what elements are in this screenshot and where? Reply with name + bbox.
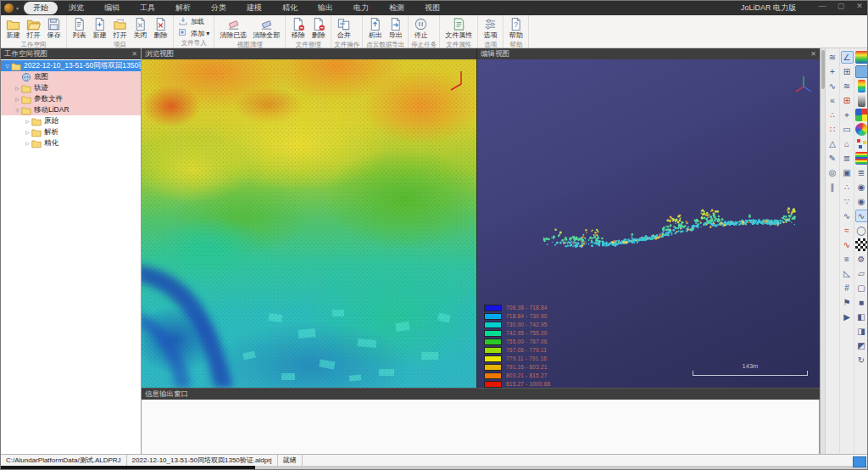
tree-row[interactable]: ▷原始	[1, 115, 141, 126]
ribbon-button[interactable]: 打开	[24, 16, 43, 40]
menu-tab[interactable]: 视图	[415, 2, 449, 14]
class-colors-icon[interactable]	[855, 109, 868, 121]
elevation-bands-icon[interactable]	[855, 152, 868, 165]
layers-icon[interactable]: ≋	[826, 51, 839, 64]
fine-grid-icon[interactable]: #	[841, 282, 854, 294]
color-wheel-icon[interactable]	[855, 123, 868, 136]
expander-icon[interactable]: ▷	[24, 129, 31, 135]
ribbon-button[interactable]: 列表	[70, 16, 89, 40]
classify-brush-icon[interactable]: ✎	[826, 152, 839, 165]
tree-row[interactable]: ▷轨迹	[1, 82, 141, 93]
expander-icon[interactable]: ▷	[24, 118, 31, 124]
cube-solid-icon[interactable]: ■	[855, 296, 868, 309]
ribbon-button[interactable]: 删除	[151, 16, 170, 40]
cube-right-icon[interactable]: ◨	[855, 325, 868, 338]
menu-tab[interactable]: 开始	[24, 2, 58, 14]
tree-row[interactable]: ▽移动LiDAR	[1, 104, 141, 115]
tree-row[interactable]: 底图	[1, 71, 141, 82]
expander-icon[interactable]: ▽	[14, 107, 21, 113]
layer-stack-icon[interactable]: ≋	[841, 80, 854, 92]
menu-tab[interactable]: 浏览	[59, 2, 93, 14]
tree-row[interactable]: ▷参数文件	[1, 93, 141, 104]
window-maximize-button[interactable]: ▢	[835, 2, 847, 10]
points-sub-icon[interactable]: ∵	[841, 195, 854, 208]
ribbon-button[interactable]: ?帮助	[506, 16, 526, 40]
multi-chevron-icon[interactable]: «	[826, 94, 839, 107]
cube-corner-icon[interactable]: ◩	[855, 339, 868, 352]
rgb-points-icon[interactable]	[855, 137, 868, 150]
eye-show-icon[interactable]: ◉	[855, 181, 868, 193]
grayscale-ramp-icon[interactable]	[858, 94, 865, 107]
curve-smooth-icon[interactable]: ∿	[841, 238, 854, 251]
tree-row[interactable]: ▽2022-12-10_13-51-50同塔双回1350验证.aldprj	[1, 60, 141, 71]
ribbon-button[interactable]: 导出	[386, 16, 405, 40]
ribbon-button[interactable]: 文件属性	[442, 16, 475, 40]
section-lines-icon[interactable]: ≡	[841, 253, 854, 266]
rect-select-icon[interactable]: ▭	[841, 123, 854, 136]
menu-tab[interactable]: 编辑	[95, 2, 129, 14]
colormap-elevation-icon[interactable]	[855, 51, 868, 64]
expander-icon[interactable]: ▷	[14, 85, 21, 91]
ribbon-button[interactable]: 关闭	[131, 16, 150, 40]
gear-icon[interactable]: ⚙	[855, 253, 868, 266]
ribbon-button[interactable]: 加载	[176, 16, 206, 26]
edit-view-scrollbar[interactable]	[821, 48, 826, 454]
cube-empty-icon[interactable]: ▢	[855, 282, 868, 294]
ribbon-button[interactable]: 移除	[288, 16, 308, 40]
slope-measure-icon[interactable]: ∠	[841, 51, 854, 64]
ribbon-button[interactable]: 保存	[44, 16, 64, 40]
grid-remove-icon[interactable]: ⊞	[841, 94, 854, 107]
copy-view-icon[interactable]: ▣	[841, 166, 854, 179]
flag-icon[interactable]: ⚑	[841, 296, 854, 309]
checker-icon[interactable]	[855, 238, 868, 251]
curve-edit-icon[interactable]: ≈	[841, 224, 854, 237]
menu-tab[interactable]: 分类	[202, 2, 236, 14]
ribbon-button[interactable]: 添加 ▾	[176, 28, 211, 38]
ribbon-button[interactable]: 打开	[110, 16, 130, 40]
menu-tab[interactable]: 检测	[380, 2, 414, 14]
expander-icon[interactable]: ▷	[14, 96, 21, 102]
app-logo-icon[interactable]	[4, 3, 14, 13]
tree-row[interactable]: ▷解析	[1, 126, 141, 137]
window-minimize-button[interactable]: —	[816, 2, 828, 10]
pointcloud-select-icon[interactable]: ∴	[826, 109, 839, 121]
menu-tab[interactable]: 输出	[309, 2, 342, 14]
ribbon-button[interactable]: 新建	[3, 16, 23, 40]
stack-icon[interactable]: ≣	[855, 166, 868, 179]
tower-icon[interactable]: △	[826, 137, 839, 150]
close-icon[interactable]: ✕	[810, 50, 816, 58]
list-icon[interactable]: ≣	[841, 152, 854, 165]
ribbon-button[interactable]: 停止	[411, 16, 431, 40]
menu-tab[interactable]: 工具	[131, 2, 164, 14]
section-circle-icon[interactable]: ◯	[855, 224, 868, 237]
close-icon[interactable]: ✕	[131, 50, 137, 58]
cursor-icon[interactable]: ▶	[841, 311, 854, 323]
ribbon-button[interactable]: 合并	[334, 16, 353, 40]
ribbon-button[interactable]: 新建	[90, 16, 109, 40]
search-file-icon[interactable]: ◎	[826, 166, 839, 179]
polyline-icon[interactable]: ∿	[841, 210, 854, 222]
grid-icon[interactable]: ⊞	[841, 65, 854, 78]
orbit-icon[interactable]: ↻	[855, 354, 868, 366]
browse-map-canvas[interactable]	[142, 59, 476, 388]
ribbon-button[interactable]: 选项	[481, 16, 500, 40]
window-close-button[interactable]: ✕	[854, 2, 865, 10]
polygon-select-icon[interactable]: ⌂	[841, 137, 854, 150]
cube-left-icon[interactable]: ◧	[855, 311, 868, 323]
tree-row[interactable]: ▷精化	[1, 137, 141, 148]
menu-tab[interactable]: 精化	[273, 2, 307, 14]
colorbar-icon[interactable]	[858, 80, 865, 92]
pointcloud-deselect-icon[interactable]: ∷	[826, 123, 839, 136]
route-profile-icon[interactable]: ∿	[826, 80, 839, 92]
flat-color-icon[interactable]	[855, 65, 868, 78]
ribbon-button[interactable]: 清除已选	[217, 16, 249, 40]
eye-hide-icon[interactable]: ◉	[855, 195, 868, 208]
pause-task-icon[interactable]: ∥	[826, 181, 839, 193]
pick-point-icon[interactable]: +	[826, 65, 839, 78]
points-add-icon[interactable]: ∴	[841, 181, 854, 193]
menu-tab[interactable]: 建模	[237, 2, 271, 14]
edit-3d-canvas[interactable]: 706.38 - 718.84718.84 - 730.90730.90 - 7…	[477, 59, 820, 388]
ribbon-button[interactable]: 析出	[365, 16, 385, 40]
expander-icon[interactable]: ▽	[3, 63, 11, 69]
navigate-icon[interactable]: ⌖	[841, 109, 854, 121]
